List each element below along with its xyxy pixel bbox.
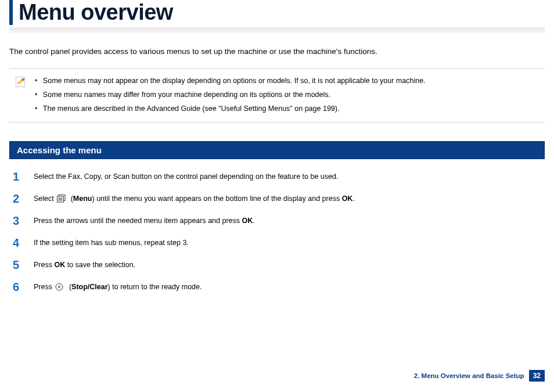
stop-clear-icon bbox=[55, 283, 66, 291]
step-text-part: . bbox=[352, 195, 354, 203]
menu-label: Menu bbox=[73, 195, 92, 203]
title-wrap: Menu overview bbox=[9, 0, 545, 25]
step-text-part: Press bbox=[34, 283, 54, 291]
note-item: The menus are described in the Advanced … bbox=[35, 102, 426, 116]
page-number: 32 bbox=[529, 370, 545, 382]
step-number: 2 bbox=[13, 193, 23, 204]
steps-list: 1 Select the Fax, Copy, or Scan button o… bbox=[9, 171, 545, 293]
step-item: 5 Press OK to save the selection. bbox=[13, 259, 545, 271]
step-text: If the setting item has sub menus, repea… bbox=[34, 237, 189, 249]
footer-chapter: 2. Menu Overview and Basic Setup bbox=[414, 372, 524, 379]
step-text-part: ) to return to the ready mode. bbox=[108, 283, 202, 291]
note-list: Some menus may not appear on the display… bbox=[35, 74, 426, 116]
note-item: Some menus may not appear on the display… bbox=[35, 74, 426, 88]
step-number: 3 bbox=[13, 215, 23, 226]
step-text-part: ) until the menu you want appears on the… bbox=[92, 195, 342, 203]
step-item: 1 Select the Fax, Copy, or Scan button o… bbox=[13, 171, 545, 182]
note-item: Some menu names may differ from your mac… bbox=[35, 88, 426, 102]
note-icon bbox=[14, 75, 27, 88]
menu-icon bbox=[57, 195, 67, 203]
step-number: 5 bbox=[13, 259, 23, 271]
ok-label: OK bbox=[342, 195, 353, 203]
ok-label: OK bbox=[242, 217, 253, 225]
step-text-part: Press the arrows until the needed menu i… bbox=[34, 217, 242, 225]
step-text: Press (Stop/Clear) to return to the read… bbox=[34, 281, 202, 293]
step-text-part: to save the selection. bbox=[65, 261, 135, 269]
step-text: Select (Menu) until the menu you want ap… bbox=[34, 193, 355, 204]
step-item: 6 Press (Stop/Clear) to return to the re… bbox=[13, 281, 545, 293]
step-number: 4 bbox=[13, 237, 23, 249]
page-footer: 2. Menu Overview and Basic Setup 32 bbox=[414, 370, 545, 382]
step-number: 6 bbox=[13, 281, 23, 293]
step-text-part: Select bbox=[34, 195, 56, 203]
intro-text: The control panel provides access to var… bbox=[9, 46, 545, 57]
step-item: 2 Select (Menu) until the menu you want … bbox=[13, 193, 545, 204]
page-title: Menu overview bbox=[19, 0, 545, 25]
ok-label: OK bbox=[54, 261, 65, 269]
step-item: 3 Press the arrows until the needed menu… bbox=[13, 215, 545, 226]
note-box: Some menus may not appear on the display… bbox=[9, 68, 545, 122]
section-heading: Accessing the menu bbox=[9, 141, 545, 159]
step-number: 1 bbox=[13, 171, 23, 182]
step-text-part: . bbox=[253, 217, 254, 225]
step-text: Press the arrows until the needed menu i… bbox=[34, 215, 255, 226]
step-item: 4 If the setting item has sub menus, rep… bbox=[13, 237, 545, 249]
stop-clear-label: Stop/Clear bbox=[71, 283, 108, 291]
title-underline bbox=[9, 27, 545, 32]
step-text: Press OK to save the selection. bbox=[34, 259, 135, 271]
step-text: Select the Fax, Copy, or Scan button on … bbox=[34, 171, 338, 182]
step-text-part: Press bbox=[34, 261, 54, 269]
